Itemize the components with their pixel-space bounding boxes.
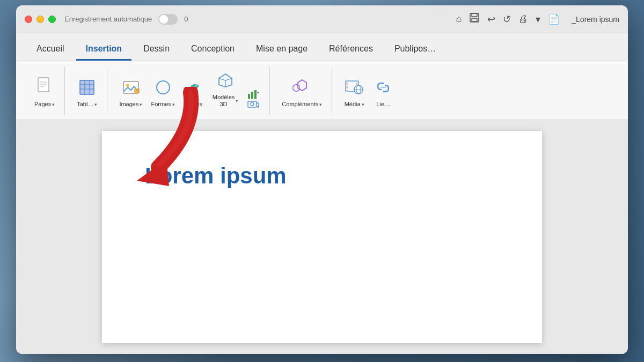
complements-label-row: Compléments ▾ (282, 101, 322, 108)
desktop: Enregistrement automatique 0 ⌂ (0, 0, 644, 362)
modeles3d-dropdown-arrow: ▾ (236, 98, 238, 104)
autosave-toggle[interactable] (158, 14, 178, 25)
images-label-row: Images ▾ (119, 101, 142, 108)
svg-marker-18 (219, 74, 232, 80)
pages-label: Pages (34, 101, 51, 108)
document-title: Lorem ipsum (145, 163, 499, 189)
lien-label: Lie… (376, 101, 390, 108)
images-dropdown-arrow: ▾ (140, 102, 142, 107)
minimize-button[interactable] (36, 16, 44, 23)
formes-icon (155, 79, 172, 99)
more-icon[interactable]: ▾ (536, 13, 540, 25)
doc-icon: 📄 (548, 13, 560, 25)
tab-mise-en-page[interactable]: Mise en page (246, 39, 317, 61)
toolbar-pages[interactable]: Pages ▾ (31, 75, 58, 110)
images-label: Images (119, 101, 138, 108)
tableau-label: Tabl… (77, 101, 93, 108)
pages-label-row: Pages ▾ (34, 101, 55, 108)
formes-label-row: Formes ▾ (151, 101, 174, 108)
toolbar-images[interactable]: Images ▾ (116, 77, 145, 110)
toolbar-formes[interactable]: Formes ▾ (148, 77, 178, 110)
title-bar: Enregistrement automatique 0 ⌂ (16, 5, 628, 33)
maximize-button[interactable] (48, 16, 56, 23)
complements-label: Compléments (282, 101, 318, 108)
formes-dropdown-arrow: ▾ (172, 102, 175, 107)
tab-accueil[interactable]: Accueil (27, 39, 74, 61)
svg-point-25 (251, 102, 254, 106)
tableau-label-row: Tabl… ▾ (77, 101, 97, 108)
formes-label: Formes (151, 101, 171, 108)
complements-dropdown-arrow: ▾ (319, 102, 322, 107)
toolbar-tableau[interactable]: Tabl… ▾ (74, 77, 100, 110)
tab-publipostage[interactable]: Publipos… (385, 39, 445, 61)
tab-dessin[interactable]: Dessin (134, 39, 179, 61)
tableau-icon (78, 79, 96, 99)
autosave-label: Enregistrement automatique (64, 15, 152, 23)
icones-icon (185, 79, 202, 99)
svg-rect-20 (248, 94, 250, 99)
pages-dropdown-arrow: ▾ (52, 102, 55, 107)
autosave-count: 0 (184, 15, 188, 23)
document-page[interactable]: Lorem ipsum (102, 131, 542, 343)
tab-conception[interactable]: Conception (181, 39, 244, 61)
title-bar-icons: ⌂ ↩ ↺ 🖨 ▾ 📄 _Lore (456, 12, 619, 26)
toolbar-modeles3d[interactable]: Modèles3D ▾ (209, 70, 242, 110)
toolbar-group-pages: Pages ▾ (25, 67, 65, 115)
toolbar-icones[interactable]: Icônes (180, 77, 207, 110)
modeles3d-icon (217, 72, 234, 92)
tableau-dropdown-arrow: ▾ (94, 102, 97, 107)
toolbar-group-complements: Compléments ▾ (272, 67, 332, 115)
svg-rect-2 (472, 18, 477, 21)
complements-icon (292, 79, 312, 99)
svg-text:▾: ▾ (257, 91, 259, 94)
svg-rect-7 (80, 80, 94, 94)
word-window: Enregistrement automatique 0 ⌂ (16, 5, 628, 354)
modeles3d-label: Modèles3D (213, 94, 235, 108)
redo-icon[interactable]: ↺ (503, 13, 511, 25)
modeles3d-label-row: Modèles3D ▾ (213, 94, 239, 108)
ribbon-tabs: Accueil Insertion Dessin Conception Mise… (16, 33, 628, 61)
svg-rect-35 (356, 83, 358, 85)
toolbar-lien[interactable]: Lie… (370, 77, 397, 110)
home-icon[interactable]: ⌂ (456, 13, 462, 25)
media-label: Média (345, 101, 361, 108)
svg-rect-22 (254, 90, 257, 99)
svg-rect-3 (38, 78, 49, 92)
svg-rect-15 (134, 88, 140, 93)
undo-icon[interactable]: ↩ (487, 13, 495, 25)
tab-references[interactable]: Références (319, 39, 383, 61)
lien-icon (375, 79, 392, 99)
ribbon-toolbar: Pages ▾ (16, 61, 628, 120)
media-icon (345, 79, 363, 99)
tab-insertion[interactable]: Insertion (76, 39, 132, 61)
pages-icon (36, 77, 53, 99)
document-area: Lorem ipsum (16, 120, 628, 354)
close-button[interactable] (25, 16, 32, 23)
title-bar-center: Enregistrement automatique 0 (64, 14, 456, 25)
media-label-row: Média ▾ (345, 101, 364, 108)
svg-point-16 (157, 81, 170, 94)
traffic-lights (25, 16, 56, 23)
media-dropdown-arrow: ▾ (362, 102, 364, 107)
toolbar-complements[interactable]: Compléments ▾ (279, 77, 325, 110)
svg-rect-21 (251, 92, 253, 99)
svg-rect-34 (346, 90, 348, 92)
svg-rect-1 (472, 13, 477, 17)
images-icon (122, 79, 140, 99)
svg-rect-33 (346, 86, 348, 88)
toolbar-group-media2: Média ▾ (334, 67, 403, 115)
toolbar-group-tableau: Tabl… ▾ (67, 67, 107, 115)
svg-point-13 (126, 84, 129, 87)
print-icon[interactable]: 🖨 (518, 13, 528, 25)
toolbar-media[interactable]: Média ▾ (341, 77, 368, 110)
svg-text:▾: ▾ (257, 105, 259, 108)
save-icon[interactable] (469, 12, 480, 26)
screenshot-icons: ▾ ▾ (247, 90, 259, 108)
icones-label: Icônes (185, 101, 202, 108)
toolbar-group-media: Images ▾ Formes ▾ (109, 67, 270, 115)
svg-rect-32 (346, 83, 348, 85)
window-content: Accueil Insertion Dessin Conception Mise… (16, 33, 628, 354)
toggle-knob (159, 15, 168, 24)
filename: _Lorem ipsum (572, 15, 619, 24)
toolbar-screenshot[interactable]: ▾ ▾ (244, 87, 263, 110)
